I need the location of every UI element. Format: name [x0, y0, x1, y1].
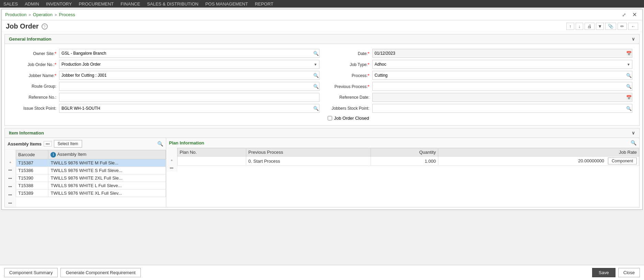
row5-actions: ••• [7, 199, 13, 207]
form-right: Date:* 📅 Job Type:* Adhoc [322, 47, 635, 122]
window-resize-btn[interactable]: ⤢ [620, 11, 628, 18]
route-group-input[interactable] [59, 82, 319, 91]
plan-title: Plan Information [169, 140, 204, 146]
help-icon[interactable]: ? [42, 23, 48, 30]
assembly-row-2[interactable]: T15390 TWILLS 9876 WHITE 2XL Full Sle... [16, 174, 166, 182]
print-dropdown-btn[interactable]: ▼ [596, 23, 604, 30]
jobber-name-search-btn[interactable]: 🔍 [313, 73, 319, 78]
component-btn[interactable]: Component [608, 158, 637, 164]
assembly-grid-container: Barcode i Assembly Item [16, 150, 166, 207]
plan-add-btn[interactable]: ＋ [169, 158, 174, 163]
ref-date-input[interactable] [372, 93, 633, 102]
print-btn[interactable]: 🖨 [585, 23, 595, 30]
assembly-row-0[interactable]: T15387 TWILLS 9876 WHITE M Full Sle... [16, 159, 166, 166]
top-nav: SALES ADMIN INVENTORY PROCUREMENT FINANC… [0, 0, 644, 8]
item-info-collapse[interactable]: ∨ [632, 130, 635, 136]
nav-procurement[interactable]: PROCUREMENT [79, 1, 114, 7]
assembly-row-4[interactable]: T15389 TWILLS 9876 WHITE XL Full Slev... [16, 189, 166, 197]
row4-menu-btn[interactable]: ••• [7, 193, 13, 197]
plan-row-0[interactable]: 0. Start Process 1.000 20.00000000 Compo… [178, 157, 639, 166]
issue-stock-point-input[interactable] [59, 104, 319, 113]
job-order-no-wrapper: Production Job Order ▼ [59, 60, 319, 69]
assembly-grid-body[interactable]: T15387 TWILLS 9876 WHITE M Full Sle... T… [16, 159, 166, 197]
plan-header: Plan Information 🔍 [166, 138, 639, 148]
date-label: Date:* [325, 51, 370, 56]
nav-finance[interactable]: FINANCE [121, 1, 140, 7]
nav-inventory[interactable]: INVENTORY [46, 1, 72, 7]
general-info-collapse[interactable]: ∨ [632, 36, 635, 42]
attach-btn[interactable]: 📎 [605, 23, 616, 30]
plan-grid-body: 0. Start Process 1.000 20.00000000 Compo… [178, 157, 639, 166]
reference-no-row: Reference No.: [12, 93, 319, 102]
item-info-body: Assembly Items ••• Select Item 🔍 ＋ [5, 138, 639, 207]
date-input[interactable] [372, 49, 633, 58]
date-cal-btn[interactable]: 📅 [626, 51, 632, 56]
page-header: Job Order ? ↑ ↓ 🖨 ▼ 📎 ✏ ← [2, 20, 642, 32]
row1-menu-btn[interactable]: ••• [7, 168, 13, 172]
quantity-col-header: Quantity [371, 148, 438, 157]
edit-btn[interactable]: ✏ [618, 23, 627, 30]
main-content: General Information ∨ Owner Site:* 🔍 [2, 32, 642, 209]
assembly-row-1[interactable]: T15386 TWILLS 9876 WHITE S Full Sleve... [16, 166, 166, 174]
general-info-content: Owner Site:* 🔍 Job Order No.:* Pr [5, 44, 639, 126]
assembly-row-3[interactable]: T15388 TWILLS 9876 WHITE L Full Sleve... [16, 182, 166, 189]
select-item-btn[interactable]: Select Item [54, 140, 82, 148]
reference-no-input[interactable] [59, 93, 319, 102]
plan-grid-head: Plan No. Previous Process Quantity Job R… [178, 148, 639, 157]
process-input[interactable] [372, 71, 633, 80]
row3-menu-btn[interactable]: ••• [7, 184, 13, 189]
process-search-btn[interactable]: 🔍 [626, 73, 632, 78]
job-order-closed-checkbox[interactable] [328, 116, 332, 120]
owner-site-search-btn[interactable]: 🔍 [313, 51, 319, 56]
prev-process-label: Previous Process:* [325, 84, 370, 89]
general-info-header[interactable]: General Information ∨ [5, 34, 639, 44]
owner-site-input[interactable] [59, 49, 319, 58]
plan-grid: Plan No. Previous Process Quantity Job R… [177, 148, 639, 166]
add-row-btn[interactable]: ＋ [8, 160, 13, 165]
prev-process-search-btn[interactable]: 🔍 [626, 84, 632, 89]
jobber-name-row: Jobber Name:* 🔍 [12, 71, 319, 80]
ref-date-row: Reference Date: 📅 [325, 93, 633, 102]
issue-stock-point-search-btn[interactable]: 🔍 [313, 106, 319, 111]
assembly-search-btn[interactable]: 🔍 [157, 141, 163, 147]
plan-table-wrapper: ＋ ••• [166, 148, 639, 172]
job-type-select[interactable]: Adhoc [372, 60, 633, 69]
nav-sales[interactable]: SALES [3, 1, 18, 7]
job-order-no-select[interactable]: Production Job Order [59, 60, 319, 69]
prev-process-input[interactable] [372, 82, 633, 91]
prev-process-input-wrapper: 🔍 [372, 82, 633, 91]
route-group-search-btn[interactable]: 🔍 [313, 84, 319, 89]
breadcrumb-process[interactable]: Process [59, 12, 75, 17]
sort-down-btn[interactable]: ↓ [576, 23, 584, 30]
nav-admin[interactable]: ADMIN [25, 1, 39, 7]
issue-stock-point-input-wrapper: 🔍 [59, 104, 319, 113]
owner-site-input-wrapper: 🔍 [59, 49, 319, 58]
jobbers-stock-search-btn[interactable]: 🔍 [626, 106, 632, 111]
row5-menu-btn[interactable]: ••• [7, 201, 13, 205]
window-close-btn[interactable]: ✕ [630, 11, 639, 19]
job-type-row: Job Type:* Adhoc ▼ [325, 60, 633, 69]
nav-report[interactable]: REPORT [255, 1, 273, 7]
row4-barcode: T15389 [16, 189, 48, 197]
row2-menu-btn[interactable]: ••• [7, 176, 13, 181]
row3-actions: ••• [7, 182, 13, 191]
plan-row1-menu-btn[interactable]: ••• [169, 166, 174, 170]
window-titlebar: Production > Operation > Process ⤢ ✕ [2, 9, 642, 20]
plan-search-btn[interactable]: 🔍 [631, 140, 636, 146]
nav-sales-dist[interactable]: SALES & DISTRIBUTION [147, 1, 199, 7]
page-title: Job Order [6, 22, 39, 30]
date-input-wrapper: 📅 [372, 49, 633, 58]
item-info-header[interactable]: Item Information ∨ [5, 128, 639, 138]
sort-up-btn[interactable]: ↑ [566, 23, 574, 30]
ref-date-cal-btn[interactable]: 📅 [626, 95, 632, 100]
back-btn[interactable]: ← [628, 23, 638, 30]
assembly-item-info-icon: i [50, 152, 56, 158]
breadcrumb-operation[interactable]: Operation [33, 12, 53, 17]
assembly-side-actions: ＋ ••• ••• ••• [5, 150, 16, 207]
row2-actions: ••• [7, 174, 13, 182]
assembly-menu-btn[interactable]: ••• [44, 141, 52, 147]
breadcrumb-production[interactable]: Production [5, 12, 26, 17]
nav-pos[interactable]: POS MANAGEMENT [205, 1, 248, 7]
jobber-name-input[interactable] [59, 71, 319, 80]
jobbers-stock-input[interactable] [372, 104, 633, 113]
